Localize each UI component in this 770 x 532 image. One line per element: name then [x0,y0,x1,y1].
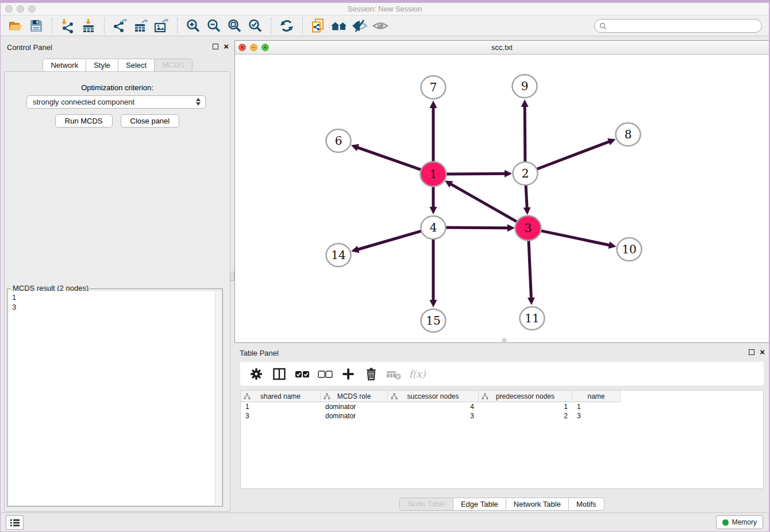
table-row[interactable]: 3dominator323 [241,411,763,421]
tab-mcds[interactable]: MCDS [155,59,192,72]
table-header: shared nameMCDS rolesuccessor nodesprede… [241,391,763,402]
list-icon [10,518,20,527]
graph-node-4[interactable]: 4 [421,216,446,239]
cell-shared-name[interactable]: 1 [241,402,321,411]
graph-node-11[interactable]: 11 [520,307,545,330]
graph-node-6[interactable]: 6 [326,129,351,152]
zoom-in-button[interactable] [183,17,203,35]
hide-selected-button[interactable] [349,17,370,35]
criterion-select[interactable]: strongly connected component [26,95,206,109]
tab-network-table[interactable]: Network Table [506,498,569,511]
cell-predecessor-nodes[interactable]: 2 [479,411,572,421]
trash-icon [364,367,379,381]
table-body: 1dominator4113dominator323 [241,402,763,421]
float-panel-icon[interactable] [213,44,218,49]
edge-2-9[interactable] [525,106,525,163]
edge-4-3[interactable] [444,228,509,228]
cell-MCDS-role[interactable]: dominator [321,411,388,421]
search-input[interactable] [610,22,757,30]
export-network-button[interactable] [110,17,130,35]
table-settings-button[interactable] [246,364,267,384]
cell-predecessor-nodes[interactable]: 1 [479,402,572,411]
arrowhead-4-15 [430,300,437,307]
float-table-panel-icon[interactable] [749,349,754,355]
select-all-columns-button[interactable] [292,364,313,384]
home-network-button[interactable] [329,17,349,35]
tab-select[interactable]: Select [118,59,155,72]
tab-edge-table[interactable]: Edge Table [453,498,506,511]
cell-shared-name[interactable]: 3 [241,411,321,421]
toolbar-separator [271,18,271,34]
uncheck-pair-icon [317,367,333,381]
export-table-button[interactable] [130,17,151,35]
delete-column-button[interactable] [361,364,382,384]
column-header-name[interactable]: name [572,391,621,402]
unselect-all-columns-button[interactable] [315,364,336,384]
table-row[interactable]: 1dominator411 [241,402,763,411]
graph-node-8[interactable]: 8 [616,123,641,146]
result-scrollbar[interactable] [215,291,221,505]
tab-node-table[interactable]: Node Table [399,498,453,511]
canvas-grip[interactable] [502,338,506,342]
graph-node-2[interactable]: 2 [513,162,538,185]
column-header-successor-nodes[interactable]: successor nodes [388,391,479,402]
clone-network-button[interactable] [308,17,329,35]
tab-motifs[interactable]: Motifs [569,498,605,511]
edge-1-2[interactable] [444,174,506,174]
save-session-button[interactable] [26,17,47,35]
graph-node-10[interactable]: 10 [617,238,642,261]
task-history-button[interactable] [6,515,24,530]
import-network-button[interactable] [57,17,78,35]
zoom-fit-button[interactable] [224,17,245,35]
cell-successor-nodes[interactable]: 4 [388,402,479,411]
splitter-grip[interactable] [230,272,234,281]
close-table-panel-icon[interactable]: × [760,349,765,356]
add-column-button[interactable] [338,364,359,384]
edge-3-1[interactable] [451,184,519,223]
import-table-button[interactable] [78,17,99,35]
tab-network[interactable]: Network [43,59,86,72]
run-mcds-button[interactable]: Run MCDS [55,114,113,128]
open-session-button[interactable] [5,17,26,35]
graph-node-7[interactable]: 7 [421,76,446,99]
close-panel-icon[interactable]: × [224,43,229,50]
column-header-MCDS-role[interactable]: MCDS role [321,391,388,402]
export-image-button[interactable] [151,17,172,35]
edge-2-8[interactable] [536,141,610,169]
search-box[interactable] [594,19,762,33]
edge-3-10[interactable] [539,230,610,245]
cell-name[interactable]: 1 [572,402,621,411]
cell-successor-nodes[interactable]: 3 [388,411,479,421]
mcds-result-box: MCDS result (2 nodes) 1 3 [7,288,223,507]
zoom-out-button[interactable] [203,17,224,35]
edge-1-6[interactable] [357,147,423,170]
graph-node-15[interactable]: 15 [421,309,446,332]
edge-3-11[interactable] [529,239,532,299]
graph-node-14[interactable]: 14 [326,244,351,267]
cell-name[interactable]: 3 [572,411,621,421]
graph-node-9[interactable]: 9 [513,75,537,98]
network-canvas[interactable]: 7968124314101511 [235,55,769,342]
mcds-result-text[interactable]: 1 3 [9,291,215,505]
column-header-shared-name[interactable]: shared name [241,391,321,402]
graph-node-3[interactable]: 3 [515,216,541,241]
edge-2-3[interactable] [526,184,527,209]
apply-layout-button[interactable] [276,17,297,35]
window-title: Session: New Session [1,3,769,16]
column-header-predecessor-nodes[interactable]: predecessor nodes [479,391,572,402]
arrowhead-4-14 [351,246,359,253]
memory-status-icon [722,519,729,526]
close-panel-button[interactable]: Close panel [121,114,180,128]
memory-label: Memory [732,518,757,526]
export-network-icon [112,18,128,33]
memory-button[interactable]: Memory [716,515,763,529]
graph-node-1[interactable]: 1 [421,162,446,187]
tab-style[interactable]: Style [86,59,118,72]
cell-MCDS-role[interactable]: dominator [321,402,388,411]
edge-4-14[interactable] [357,230,423,249]
zoom-selected-button[interactable] [245,17,265,35]
plus-icon [341,367,356,381]
arrowhead-2-3 [523,207,531,215]
svg-text:3: 3 [525,221,532,235]
show-columns-button[interactable] [269,364,290,384]
